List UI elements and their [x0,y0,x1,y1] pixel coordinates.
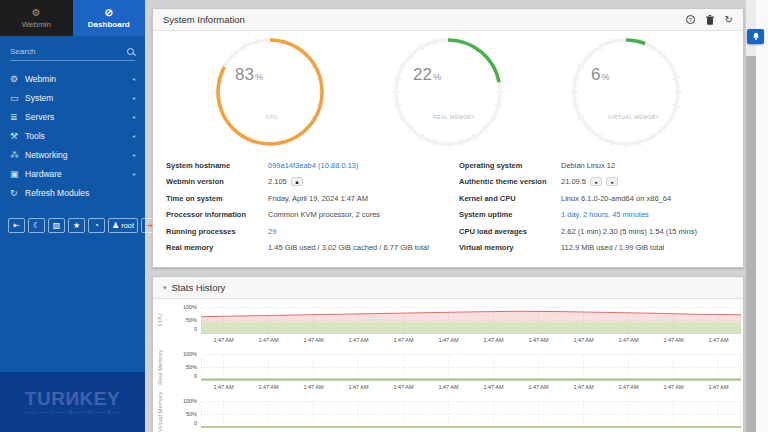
chart-block-cpu: CPU100%50%01:47 AM1:47 AM1:47 AM1:47 AM1… [153,307,743,346]
network-icon: ⁂ [10,150,25,160]
xtick-label: 1:47 AM [606,337,651,343]
caret-left-icon: ◂ [132,113,135,120]
info-row-system-uptime: System uptime1 day, 2 hours, 45 minutes [459,207,730,224]
gauge-percent-sign: % [601,72,609,82]
info-row-real-memory: Real memory1.45 GiB used / 3.02 GiB cach… [166,240,437,257]
system-info-table: System hostname099a14f3eab4 (10.88.0.13)… [153,149,743,256]
notifications-bell-button[interactable] [747,29,764,44]
chart-real-memory: Real Memory100%50%0 [153,354,743,381]
info-value-link[interactable]: 29 [268,227,276,236]
info-label: Virtual memory [459,243,561,252]
sidebar-item-tools[interactable]: ⚒Tools◂ [0,126,145,145]
info-value: 21.09.5 [561,177,586,186]
scrollbar-thumb[interactable] [746,56,756,432]
logout-button[interactable]: ➔ [141,218,158,233]
system-information-title: System Information [163,14,245,25]
sidebar-toolbar: ⇤☾▧★◔♟root➔ [8,218,158,233]
chart-plot-area [201,401,741,428]
chart-xlabels: 1:47 AM1:47 AM1:47 AM1:47 AM1:47 AM1:47 … [201,334,741,346]
sidebar-menu: ⚙Webmin◂▭System◂≣Servers◂⚒Tools◂⁂Network… [0,69,145,202]
info-value-link[interactable]: 1 day, 2 hours, 45 minutes [561,210,649,219]
xtick-label: 1:47 AM [606,384,651,390]
system-information-header: System Information ? ↻ [153,9,743,31]
sidebar-item-label: Tools [25,131,45,141]
xtick-label: 1:47 AM [201,384,246,390]
night-mode-button[interactable]: ☾ [28,218,45,233]
user-icon: ♟ [112,221,119,230]
info-label: Webmin version [166,177,268,186]
xtick-label: 1:47 AM [291,337,336,343]
info-label: Processor information [166,210,268,219]
collapse-sidebar-button[interactable]: ⇤ [8,218,25,233]
gear-icon: ⚙ [10,74,25,84]
trash-icon[interactable] [706,15,714,25]
xtick-label: 1:47 AM [516,337,561,343]
info-label: Operating system [459,161,561,170]
night-mode-icon: ☾ [33,221,40,230]
ytick-label: 100% [183,351,197,357]
sidebar-item-hardware[interactable]: ▣Hardware◂ [0,164,145,183]
xtick-label: 1:47 AM [561,384,606,390]
tab-dashboard[interactable]: ⊘ Dashboard [73,0,146,36]
xtick-label: 1:47 AM [651,384,696,390]
xtick-label: 1:47 AM [696,384,741,390]
version-info-badge[interactable]: ■ [291,177,303,186]
xtick-label: 1:47 AM [426,384,471,390]
info-label: Authentic theme version [459,177,561,186]
sidebar-item-servers[interactable]: ≣Servers◂ [0,107,145,126]
help-icon[interactable]: ? [686,15,695,24]
info-row-authentic-theme-version: Authentic theme version21.09.5●● [459,174,730,191]
gauge-value: 22% [413,65,441,85]
logout-icon: ➔ [146,221,153,230]
info-row-operating-system: Operating systemDebian Linux 12 [459,157,730,174]
xtick-label: 1:47 AM [381,337,426,343]
tab-webmin[interactable]: ⚙ Webmin [0,0,73,36]
gauge-virtual-memory: 6%VIRTUAL MEMORY [567,37,685,149]
search-icon[interactable] [126,47,135,56]
search-input[interactable] [10,47,126,56]
version-info-badge[interactable]: ● [590,177,602,186]
chart-plot-area [201,354,741,381]
sidebar-item-system[interactable]: ▭System◂ [0,88,145,107]
sidebar-item-webmin[interactable]: ⚙Webmin◂ [0,69,145,88]
xtick-label: 1:47 AM [471,337,516,343]
xtick-label: 1:47 AM [246,384,291,390]
stats-charts: CPU100%50%01:47 AM1:47 AM1:47 AM1:47 AM1… [153,299,743,428]
sidebar-item-refresh-modules[interactable]: ↻Refresh Modules [0,183,145,202]
caret-left-icon: ◂ [132,132,135,139]
gauge-percent-sign: % [433,72,441,82]
username-label: root [121,221,134,230]
turnkey-logo-text: TURИKEY [25,390,120,408]
info-row-system-hostname: System hostname099a14f3eab4 (10.88.0.13) [166,157,437,174]
info-value: 1.45 GiB used / 3.02 GiB cached / 6.77 G… [268,243,429,252]
caret-left-icon: ◂ [132,75,135,82]
refresh-panel-icon[interactable]: ↻ [725,15,733,24]
chart-virtual-memory: Virtual Memory100%50%0 [153,401,743,428]
gauge-percent-number: 83 [235,65,254,84]
info-value-link[interactable]: 099a14f3eab4 (10.88.0.13) [268,161,359,170]
xtick-label: 1:47 AM [516,384,561,390]
background-button[interactable]: ▧ [48,218,65,233]
theme-options-button[interactable]: ◔ [88,218,105,233]
gauge-label: CPU [266,114,278,120]
sidebar-item-label: Webmin [25,74,56,84]
info-row-cpu-load-averages: CPU load averages2.62 (1 min) 2.30 (5 mi… [459,223,730,240]
info-label: System uptime [459,210,561,219]
collapse-caret-icon[interactable]: ▾ [163,284,167,292]
info-value: Linux 6.1.0-20-amd64 on x86_64 [561,194,671,203]
version-info-badge[interactable]: ● [606,177,618,186]
gauge-cpu: 83%CPU [211,37,329,149]
chart-block-real-memory: Real Memory100%50%01:47 AM1:47 AM1:47 AM… [153,354,743,393]
favorites-button[interactable]: ★ [68,218,85,233]
info-column-left: System hostname099a14f3eab4 (10.88.0.13)… [166,157,437,256]
sidebar-item-label: Networking [25,150,68,160]
stats-history-header: ▾ Stats History [153,277,743,299]
sidebar-item-networking[interactable]: ⁂Networking◂ [0,145,145,164]
user-button[interactable]: ♟root [108,218,138,233]
chart-xlabels: 1:47 AM1:47 AM1:47 AM1:47 AM1:47 AM1:47 … [201,381,741,393]
server-stack-icon: ≣ [10,112,25,122]
ytick-label: 0 [194,420,197,426]
ytick-label: 100% [183,398,197,404]
chart-cpu: CPU100%50%0 [153,307,743,334]
ytick-label: 0 [194,326,197,332]
